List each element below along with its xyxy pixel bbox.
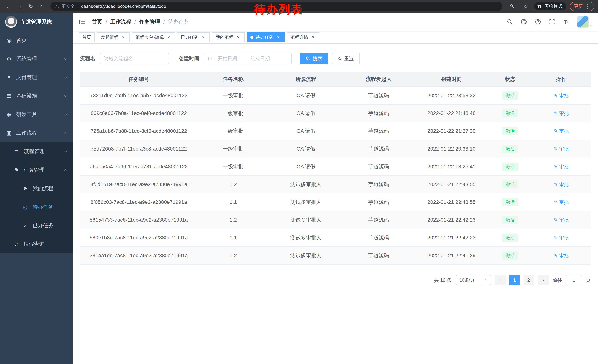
font-size-icon[interactable]: TT	[563, 18, 569, 25]
sidebar-item-done-tasks[interactable]: ✓ 已办任务	[0, 216, 73, 235]
approve-link[interactable]: ✎ 审批	[554, 235, 569, 241]
security-label[interactable]: 不安全	[61, 3, 75, 9]
app-logo-row[interactable]: 芋道管理系统	[0, 13, 73, 31]
close-icon[interactable]: ×	[201, 35, 206, 40]
hamburger-icon[interactable]	[79, 18, 86, 25]
close-icon[interactable]: ×	[121, 35, 126, 40]
approve-link[interactable]: ✎ 审批	[554, 146, 569, 152]
breadcrumb-task-management[interactable]: 任务管理	[139, 18, 160, 25]
tab-home[interactable]: 首页	[79, 32, 95, 42]
cell-task-name: 1.2	[198, 211, 269, 229]
security-warning-icon: ⚠	[55, 4, 59, 9]
cell-task-id: 381aa1dd-7ac8-11ec-a9e2-a2380e71991a	[80, 247, 198, 264]
bookmark-star-icon[interactable]: ☆	[521, 1, 531, 11]
table-row: 75d72608-7b7f-11ec-a3c8-acde48001122 一级审…	[80, 140, 590, 158]
cell-starter: 芋道源码	[343, 140, 415, 158]
sidebar-item-my-processes[interactable]: ☻ 我的流程	[0, 179, 73, 198]
page-button-1[interactable]: 1	[509, 275, 520, 285]
tab-done-tasks[interactable]: 已办任务 ×	[177, 32, 210, 42]
url-divider: |	[77, 4, 79, 9]
cell-task-name: 1.1	[198, 229, 269, 247]
sidebar-item-todo-tasks[interactable]: ◎ 待办任务	[0, 198, 73, 216]
page-url[interactable]: dashboard.yudao.iocoder.cn/bpm/task/todo	[81, 4, 166, 9]
goto-page-input[interactable]	[566, 275, 582, 285]
search-icon	[306, 56, 310, 61]
col-actions: 操作	[532, 72, 590, 87]
sidebar-item-system[interactable]: ⚙ 系统管理	[0, 50, 73, 68]
reset-button[interactable]: ↻ 重置	[332, 53, 360, 65]
close-icon[interactable]: ×	[236, 35, 241, 40]
cell-status: 激活	[489, 211, 532, 229]
header-search-icon[interactable]	[507, 18, 513, 25]
date-range-picker[interactable]: ⊞ -	[204, 53, 291, 65]
status-badge: 激活	[502, 127, 518, 135]
breadcrumb-workflow[interactable]: 工作流程	[110, 18, 131, 25]
sidebar-item-task-management[interactable]: ⚑ 任务管理	[0, 161, 73, 179]
help-icon[interactable]	[535, 18, 541, 25]
prev-page-button[interactable]: ‹	[495, 275, 506, 285]
approve-link[interactable]: ✎ 审批	[554, 92, 569, 99]
fullscreen-icon[interactable]	[549, 18, 555, 25]
task-flag-icon: ⚑	[13, 167, 19, 173]
browser-home-icon[interactable]: ⌂	[37, 1, 47, 11]
github-icon[interactable]	[521, 18, 527, 25]
tab-form-editor[interactable]: 流程表单-编辑 ×	[132, 32, 175, 42]
sidebar-item-payment[interactable]: ¥ 支付管理	[0, 68, 73, 87]
sidebar-item-home[interactable]: ◉ 首页	[0, 31, 73, 50]
browser-reload-icon[interactable]: ↻	[26, 1, 36, 11]
approve-link[interactable]: ✎ 审批	[554, 128, 569, 134]
annotation-text: 待办列表	[254, 1, 303, 17]
approve-link[interactable]: ✎ 审批	[554, 110, 569, 117]
tab-process-detail[interactable]: 流程详情 ×	[287, 32, 319, 42]
approve-link[interactable]: ✎ 审批	[554, 217, 569, 223]
next-page-button[interactable]: ›	[538, 275, 549, 285]
search-button[interactable]: 搜索	[300, 53, 328, 65]
tab-todo-tasks[interactable]: 待办任务 ×	[247, 32, 284, 42]
end-date-input[interactable]	[247, 56, 274, 61]
cell-process: 测试多审批人	[269, 176, 343, 193]
approve-link[interactable]: ✎ 审批	[554, 252, 569, 259]
close-icon[interactable]: ×	[166, 35, 171, 40]
tab-label: 已办任务	[181, 34, 199, 40]
sidebar-item-workflow[interactable]: ▣ 工作流程	[0, 124, 73, 142]
page-size-select[interactable]: 10条/页	[456, 275, 491, 285]
page-button-2[interactable]: 2	[523, 275, 534, 285]
menu-kebab-icon[interactable]: ⋮	[585, 3, 590, 9]
incognito-label: 无痕模式	[545, 3, 562, 9]
user-menu[interactable]	[577, 16, 592, 28]
tab-start-process[interactable]: 发起流程 ×	[97, 32, 130, 42]
approve-link[interactable]: ✎ 审批	[554, 163, 569, 170]
person-icon: ☺	[13, 241, 19, 247]
browser-update-button[interactable]: 更新 ⋮	[570, 2, 594, 11]
pagination: 共 16 条 10条/页 ‹ 1 2 › 前往 页	[80, 275, 590, 285]
status-badge: 激活	[502, 109, 518, 117]
sidebar-item-process-management[interactable]: ≣ 流程管理	[0, 142, 73, 161]
browser-back-icon[interactable]: ←	[4, 1, 13, 11]
process-name-field[interactable]	[100, 53, 169, 65]
breadcrumb-home[interactable]: 首页	[92, 18, 102, 25]
sidebar-item-leave-query[interactable]: ☺ 请假查询	[0, 235, 73, 253]
cell-process: OA 请假	[269, 158, 343, 176]
process-name-input[interactable]	[104, 56, 165, 61]
table-row: 381aa1dd-7ac8-11ec-a9e2-a2380e71991a 1.2…	[80, 247, 590, 264]
cell-starter: 芋道源码	[343, 229, 415, 247]
approve-label: 审批	[559, 199, 569, 205]
cell-actions: ✎ 审批	[532, 87, 590, 105]
workflow-icon: ▣	[6, 130, 12, 136]
cell-task-id: 580e1b3d-7ac8-11ec-a9e2-a2380e71991a	[80, 229, 198, 247]
cell-starter: 芋道源码	[343, 87, 415, 105]
cell-status: 激活	[489, 105, 532, 122]
approve-link[interactable]: ✎ 审批	[554, 181, 569, 188]
user-avatar[interactable]	[577, 16, 589, 28]
sidebar-item-infrastructure[interactable]: ▤ 基础设施	[0, 87, 73, 105]
browser-forward-icon[interactable]: →	[15, 1, 25, 11]
start-date-input[interactable]	[214, 56, 241, 61]
close-icon[interactable]: ×	[310, 35, 316, 40]
tab-label: 流程表单-编辑	[136, 34, 164, 40]
password-key-icon[interactable]	[507, 1, 517, 11]
close-icon[interactable]: ×	[276, 35, 281, 40]
approve-link[interactable]: ✎ 审批	[554, 199, 569, 205]
sidebar-item-devtools[interactable]: ▦ 研发工具	[0, 105, 73, 124]
cell-status: 激活	[489, 158, 532, 176]
tab-my-processes[interactable]: 我的流程 ×	[212, 32, 245, 42]
